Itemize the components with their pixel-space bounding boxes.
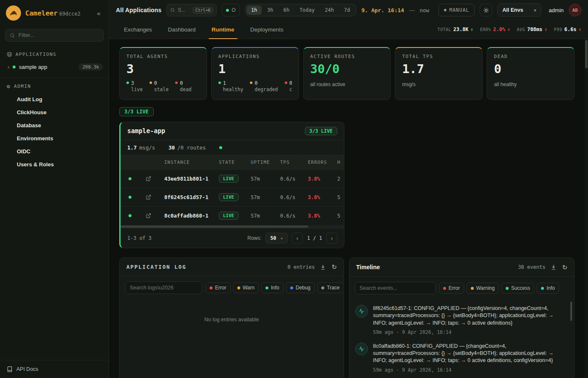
tab-runtime[interactable]: Runtime — [204, 20, 242, 39]
tps-value: 1.7 — [127, 144, 137, 151]
level-dot — [471, 287, 474, 290]
rows-per-page-select[interactable]: 50 ▾ — [265, 233, 287, 244]
metric-label: TOTAL — [438, 27, 452, 32]
refresh-icon[interactable]: ↻ — [562, 264, 567, 270]
sidebar-item-clickhouse[interactable]: ClickHouse — [0, 106, 109, 119]
range-7d[interactable]: 7d — [339, 5, 354, 15]
entries-count: 0 entries — [287, 264, 315, 270]
sidebar-filter-input[interactable] — [18, 32, 99, 38]
sidebar-item-oidc[interactable]: OIDC — [0, 145, 109, 158]
app-name-label: sample app — [19, 64, 47, 70]
heap-value: 5 — [331, 213, 344, 219]
filter-chip-error[interactable]: Error — [205, 282, 231, 293]
global-search[interactable]: Ctrl+K — [166, 4, 217, 16]
stat-card-total-tps: TOTAL TPS 1.7 msg/s — [395, 47, 483, 100]
table-header: INSTANCE STATE UPTIME TPS ERRORS H — [121, 155, 344, 169]
range-end-now[interactable]: now — [420, 7, 429, 13]
level-dot — [506, 287, 509, 290]
sidebar-item-users-roles[interactable]: Users & Roles — [0, 158, 109, 171]
horizontal-scrollbar[interactable] — [121, 225, 344, 228]
event-item[interactable]: 8f6245c61d57-1: CONFIG_APPLIED — {config… — [355, 301, 567, 339]
events-search-input[interactable] — [355, 282, 436, 294]
page-scrollbar[interactable] — [585, 39, 588, 378]
scrollbar-thumb[interactable] — [121, 226, 308, 228]
sidebar-item-database[interactable]: Database — [0, 119, 109, 132]
metric-value: 23.8K — [453, 26, 468, 32]
download-icon[interactable] — [320, 264, 326, 270]
panel-title: Timeline — [356, 264, 380, 270]
avatar[interactable]: AD — [569, 4, 581, 16]
chevron-right-icon[interactable]: › — [8, 64, 9, 70]
filter-chip-info[interactable]: Info — [261, 282, 284, 293]
tab-bar: Exchanges Dashboard Runtime Deployments … — [109, 20, 588, 39]
tab-dashboard[interactable]: Dashboard — [160, 20, 204, 39]
level-dot — [290, 286, 293, 289]
col-instance: INSTANCE — [158, 160, 212, 165]
page-indicator: 1 / 1 — [307, 235, 322, 241]
sidebar-item-audit-log[interactable]: Audit Log — [0, 93, 109, 106]
table-row[interactable]: 43ee9811b801-1 LIVE 57m 0.6/s 3.8% 2 — [121, 169, 344, 188]
applications-section-header: APPLICATIONS — [0, 47, 109, 60]
external-link-icon[interactable] — [139, 194, 158, 200]
level-dot — [443, 287, 446, 290]
prev-page-button[interactable]: ‹ — [292, 233, 303, 244]
range-3h[interactable]: 3h — [262, 5, 278, 15]
api-docs-link[interactable]: API Docs — [0, 360, 109, 378]
manual-dot — [444, 9, 446, 11]
errors-value: 3.8% — [301, 213, 331, 219]
range-start-datetime[interactable]: 9. Apr. 16:14 — [361, 7, 404, 13]
online-label: O — [231, 7, 235, 13]
env-select-value: All Envs — [502, 7, 523, 13]
tab-exchanges[interactable]: Exchanges — [116, 20, 160, 39]
heap-value: 5 — [331, 194, 344, 200]
filter-chip-success[interactable]: Success — [501, 283, 534, 294]
sidebar-collapse-icon[interactable]: « — [94, 9, 103, 18]
status-dot — [129, 196, 131, 199]
global-search-input[interactable] — [178, 7, 189, 13]
tps-value: 0.6/s — [273, 194, 301, 200]
external-link-icon[interactable] — [139, 176, 158, 181]
sidebar-item-environments[interactable]: Environments — [0, 132, 109, 145]
table-row[interactable]: 8f6245c61d57-1 LIVE 57m 0.6/s 3.8% 5 — [121, 188, 344, 206]
tab-deployments[interactable]: Deployments — [242, 20, 291, 39]
refresh-icon[interactable]: ↻ — [331, 264, 337, 270]
timeline-scrollbar[interactable] — [570, 302, 572, 321]
filter-chip-warning[interactable]: Warning — [467, 283, 499, 294]
theme-toggle-button[interactable] — [480, 4, 492, 16]
scrollbar-thumb[interactable] — [585, 40, 588, 68]
event-item[interactable]: 8c0affadb860-1: CONFIG_APPLIED — {change… — [355, 339, 567, 377]
external-link-icon[interactable] — [139, 213, 158, 218]
manual-refresh-button[interactable]: MANUAL — [438, 4, 475, 16]
range-24h[interactable]: 24h — [320, 5, 339, 15]
empty-state-message: No log entries available — [120, 299, 344, 323]
uptime-value: 57m — [244, 194, 273, 200]
metric-avg: AVG 708ms ↑ — [517, 26, 547, 32]
online-toggle[interactable]: O — [222, 4, 239, 16]
api-docs-label: API Docs — [16, 366, 38, 372]
status-dot — [285, 81, 287, 84]
filter-chip-warn[interactable]: Warn — [233, 282, 259, 293]
sidebar-item-sample-app[interactable]: › sample app 208.3k — [0, 60, 109, 74]
range-today[interactable]: Today — [295, 5, 319, 15]
filter-chip-trace[interactable]: Trace — [317, 282, 344, 293]
filter-chip-error[interactable]: Error — [439, 283, 464, 294]
status-dot — [129, 177, 131, 180]
event-item[interactable]: 43ee9811b801-1: CONFIG_APPLIED — {change… — [355, 377, 567, 378]
filter-chip-debug[interactable]: Debug — [286, 282, 315, 293]
status-dot — [250, 81, 252, 84]
top-header: All Applications Ctrl+K O 1h 3h 6h Today… — [109, 0, 588, 20]
range-1h[interactable]: 1h — [247, 5, 262, 15]
status-dot — [13, 66, 16, 68]
env-select[interactable]: All Envs ▾ — [497, 3, 541, 17]
main-content: TOTAL AGENTS 3 3live 0stale 0dead APPLIC… — [109, 39, 585, 378]
download-icon[interactable] — [551, 264, 556, 270]
next-page-button[interactable]: › — [326, 233, 337, 244]
app-card-title[interactable]: sample-app — [127, 127, 165, 135]
filter-chip-info[interactable]: Info — [537, 283, 559, 294]
card-value: 30/0 — [310, 62, 384, 76]
log-search-input[interactable] — [125, 281, 202, 294]
gear-icon: ⚙ — [7, 83, 10, 89]
sidebar-filter[interactable] — [5, 29, 104, 42]
table-row[interactable]: 8c0affadb860-1 LIVE 57m 0.6/s 3.8% 5 — [121, 206, 344, 225]
range-6h[interactable]: 6h — [279, 5, 294, 15]
